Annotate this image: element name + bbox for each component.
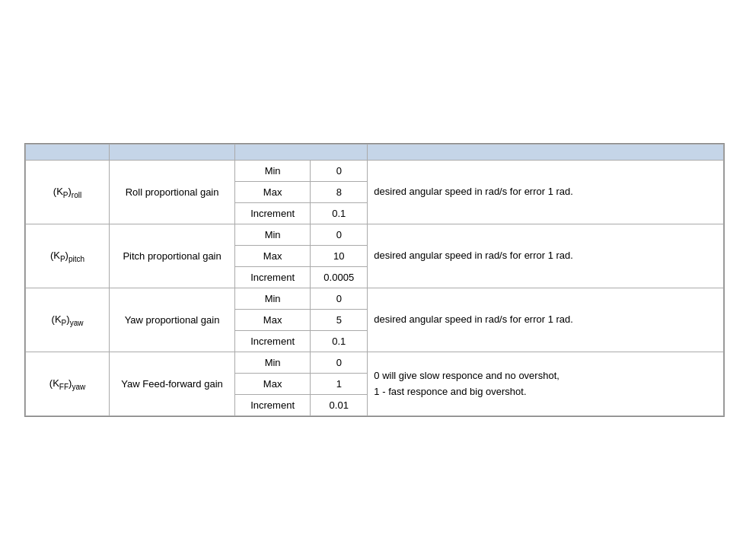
range-label: Min	[235, 161, 311, 182]
range-value: 10	[311, 246, 368, 267]
definition-cell: Yaw Feed-forward gain	[110, 352, 235, 416]
range-value: 8	[311, 182, 368, 203]
variable-cell: (KP)yaw	[26, 288, 110, 352]
range-value: 0	[311, 161, 368, 182]
table-row: (KP)yawYaw proportional gainMin0desired …	[26, 288, 724, 310]
range-label: Increment	[235, 395, 311, 416]
table-row: (KP)pitchPitch proportional gainMin0desi…	[26, 224, 724, 246]
range-value: 0	[311, 224, 368, 246]
range-label: Increment	[235, 331, 311, 352]
header-range	[235, 145, 368, 161]
range-label: Max	[235, 182, 311, 203]
range-value: 0.1	[311, 203, 368, 224]
table-body: (KP)rollRoll proportional gainMin0desire…	[26, 161, 724, 416]
range-value: 1	[311, 374, 368, 395]
range-value: 0.1	[311, 331, 368, 352]
description-cell: desired angular speed in rad/s for error…	[368, 161, 724, 224]
range-value: 0.01	[311, 395, 368, 416]
range-label: Increment	[235, 203, 311, 224]
definition-cell: Yaw proportional gain	[110, 288, 235, 352]
description-cell: desired angular speed in rad/s for error…	[368, 224, 724, 288]
range-value: 0	[311, 288, 368, 310]
range-label: Max	[235, 310, 311, 331]
range-value: 0.0005	[311, 267, 368, 288]
definition-cell: Roll proportional gain	[110, 161, 235, 224]
range-label: Min	[235, 224, 311, 246]
range-label: Max	[235, 374, 311, 395]
table-row: (KP)rollRoll proportional gainMin0desire…	[26, 161, 724, 182]
description-cell: 0 will give slow responce and no oversho…	[368, 352, 724, 416]
variable-cell: (KP)roll	[26, 161, 110, 224]
variable-cell: (KFF)yaw	[26, 352, 110, 416]
range-label: Min	[235, 352, 311, 374]
header-row	[26, 145, 724, 161]
range-value: 5	[311, 310, 368, 331]
variable-cell: (KP)pitch	[26, 224, 110, 288]
definition-cell: Pitch proportional gain	[110, 224, 235, 288]
range-label: Min	[235, 288, 311, 310]
main-table-wrapper: (KP)rollRoll proportional gainMin0desire…	[24, 143, 725, 417]
header-variable	[26, 145, 110, 161]
header-description	[368, 145, 724, 161]
description-cell: desired angular speed in rad/s for error…	[368, 288, 724, 352]
header-definition	[110, 145, 235, 161]
table-row: (KFF)yawYaw Feed-forward gainMin00 will …	[26, 352, 724, 374]
range-label: Max	[235, 246, 311, 267]
range-value: 0	[311, 352, 368, 374]
range-label: Increment	[235, 267, 311, 288]
parameters-table: (KP)rollRoll proportional gainMin0desire…	[25, 144, 724, 416]
